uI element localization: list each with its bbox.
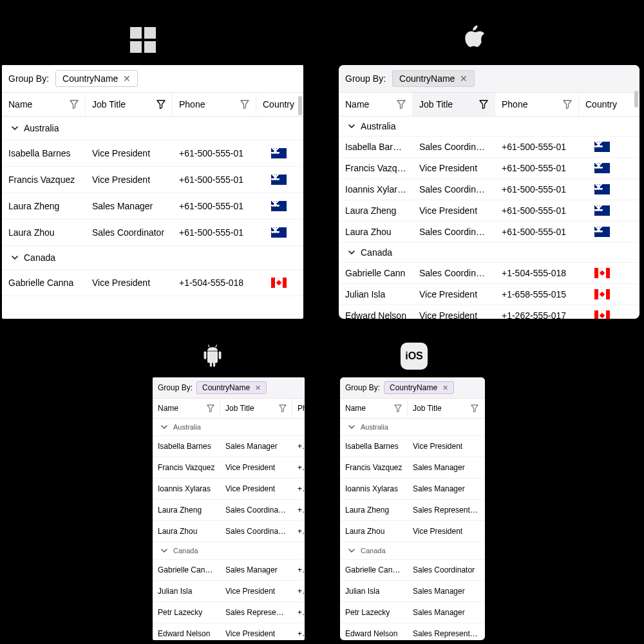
group-header[interactable]: Australia	[2, 117, 303, 140]
cell-name: Laura Zhou	[153, 521, 220, 542]
column-header-name[interactable]: Name	[153, 399, 220, 418]
table-row[interactable]: Ioannis Xylaras Vice President +6	[153, 478, 305, 500]
group-header[interactable]: Canada	[340, 542, 485, 560]
cell-job: Sales Manager	[86, 193, 173, 219]
group-name: Australia	[173, 423, 201, 431]
close-icon[interactable]: ✕	[255, 384, 261, 392]
column-header-country[interactable]: Country	[256, 93, 301, 116]
column-header-job[interactable]: Job Title	[413, 93, 495, 116]
filter-icon[interactable]	[70, 100, 79, 109]
column-header-phone[interactable]: Phone	[173, 93, 256, 116]
close-icon[interactable]: ✕	[442, 384, 448, 392]
cell-name: Julian Isla	[153, 581, 220, 601]
cell-phone: +1-504-555-018	[495, 263, 579, 283]
column-header-country[interactable]: Country	[579, 93, 625, 116]
column-header-job[interactable]: Job Title	[408, 399, 484, 418]
filter-icon[interactable]	[471, 404, 478, 412]
table-row[interactable]: Laura Zheng Sales Representative	[340, 500, 485, 521]
table-row[interactable]: Laura Zhou Sales Coordinator +61-500-555…	[2, 220, 303, 246]
cell-job: Sales Coordinator	[413, 137, 495, 157]
flag-au-icon	[594, 163, 610, 173]
cell-name: Gabrielle Cannata	[340, 560, 408, 580]
column-header-job[interactable]: Job Title	[220, 399, 292, 418]
table-row[interactable]: Laura Zhou Vice President	[340, 521, 485, 542]
mac-grid-panel: Group By: CountryName ✕ Name Job Title P…	[339, 65, 639, 319]
table-row[interactable]: Gabrielle Cann Sales Coordinator +1-504-…	[339, 263, 639, 284]
table-row[interactable]: Francis Vazque Vice President +61-500-55…	[339, 158, 639, 179]
column-header-job[interactable]: Job Title	[86, 93, 173, 116]
filter-icon[interactable]	[279, 404, 287, 412]
table-row[interactable]: Isabella Barnes Vice President	[340, 436, 485, 457]
group-by-chip[interactable]: CountryName ✕	[196, 381, 267, 394]
cell-name: Julian Isla	[339, 284, 413, 305]
table-row[interactable]: Edward Nelson Vice President +1	[153, 623, 305, 640]
table-row[interactable]: Isabella Barnes Sales Coordinator +61-50…	[339, 137, 639, 158]
group-header[interactable]: Canada	[2, 246, 303, 270]
table-row[interactable]: Ioannis Xylaras Sales Manager	[340, 478, 485, 500]
group-header[interactable]: Australia	[340, 419, 485, 436]
table-row[interactable]: Julian Isla Sales Manager	[340, 581, 485, 602]
table-row[interactable]: Edward Nelson Vice President +1-262-555-…	[339, 305, 639, 319]
table-row[interactable]: Francis Vazquez Vice President +6	[153, 457, 305, 478]
cell-job: Sales Representative	[220, 602, 292, 623]
cell-phone: +61-500-555-01	[173, 220, 256, 245]
group-by-chip[interactable]: CountryName ✕	[55, 70, 138, 87]
table-row[interactable]: Isabella Barnes Sales Manager +6	[153, 436, 305, 457]
table-row[interactable]: Ioannis Xylaras Sales Coordinator +61-50…	[339, 179, 639, 200]
filter-icon[interactable]	[207, 404, 214, 412]
cell-phone: +6	[292, 436, 304, 457]
table-row[interactable]: Julian Isla Vice President +1-658-555-01…	[339, 284, 639, 305]
cell-country	[256, 220, 301, 245]
scrollbar-thumb[interactable]	[298, 96, 302, 115]
svg-rect-1	[219, 352, 222, 359]
group-header[interactable]: Australia	[339, 117, 639, 137]
table-row[interactable]: Isabella Barnes Vice President +61-500-5…	[2, 140, 303, 167]
table-row[interactable]: Gabrielle Cannata Sales Coordinator	[340, 560, 485, 581]
column-header-phone[interactable]: Ph	[292, 399, 304, 418]
column-header-name[interactable]: Name	[339, 93, 413, 116]
table-row[interactable]: Laura Zheng Sales Coordinator +6	[153, 500, 305, 521]
cell-job: Vice President	[408, 521, 484, 542]
table-row[interactable]: Laura Zheng Sales Manager +61-500-555-01	[2, 193, 303, 220]
cell-phone: +61-500-555-01	[173, 140, 256, 166]
group-header[interactable]: Canada	[153, 542, 305, 560]
cell-country	[579, 137, 625, 157]
table-row[interactable]: Edward Nelson Sales Representative	[340, 623, 485, 640]
flag-au-icon	[594, 184, 610, 194]
cell-name: Isabella Barnes	[339, 137, 413, 157]
group-header[interactable]: Australia	[153, 419, 305, 436]
close-icon[interactable]: ✕	[123, 73, 131, 84]
group-name: Canada	[361, 247, 392, 258]
flag-ca-icon	[594, 310, 610, 319]
table-row[interactable]: Petr Lazecky Sales Representative +1	[153, 602, 305, 623]
filter-icon[interactable]	[240, 100, 249, 109]
filter-icon[interactable]	[397, 100, 406, 109]
filter-icon[interactable]	[394, 404, 402, 412]
cell-name: Gabrielle Canna	[2, 270, 86, 296]
close-icon[interactable]: ✕	[460, 73, 468, 84]
filter-icon[interactable]	[156, 100, 166, 109]
cell-job: Vice President	[86, 140, 173, 166]
group-header[interactable]: Canada	[339, 243, 639, 263]
table-row[interactable]: Petr Lazecky Sales Manager	[340, 602, 485, 623]
chevron-down-icon	[348, 547, 355, 554]
filter-icon[interactable]	[563, 100, 572, 109]
scrollbar-thumb[interactable]	[634, 91, 638, 108]
table-row[interactable]: Julian Isla Vice President +1	[153, 581, 305, 602]
cell-name: Laura Zhou	[340, 521, 408, 542]
filter-icon[interactable]	[479, 100, 488, 109]
table-row[interactable]: Gabrielle Cannata Sales Manager +1	[153, 560, 305, 581]
column-header-name[interactable]: Name	[340, 399, 408, 418]
svg-rect-2	[208, 345, 210, 348]
column-header-phone[interactable]: Phone	[495, 93, 579, 116]
group-by-chip[interactable]: CountryName ✕	[392, 70, 475, 87]
table-row[interactable]: Laura Zheng Vice President +61-500-555-0…	[339, 200, 639, 222]
table-row[interactable]: Laura Zhou Sales Coordinator +61-500-555…	[339, 222, 639, 243]
table-row[interactable]: Gabrielle Canna Vice President +1-504-55…	[2, 270, 303, 296]
column-header-name[interactable]: Name	[2, 93, 86, 116]
table-row[interactable]: Francis Vazquez Sales Manager	[340, 457, 485, 478]
cell-job: Sales Manager	[408, 478, 484, 499]
group-by-chip[interactable]: CountryName ✕	[384, 381, 454, 394]
table-row[interactable]: Francis Vazquez Vice President +61-500-5…	[2, 167, 303, 193]
table-row[interactable]: Laura Zhou Sales Coordinator +6	[153, 521, 305, 542]
